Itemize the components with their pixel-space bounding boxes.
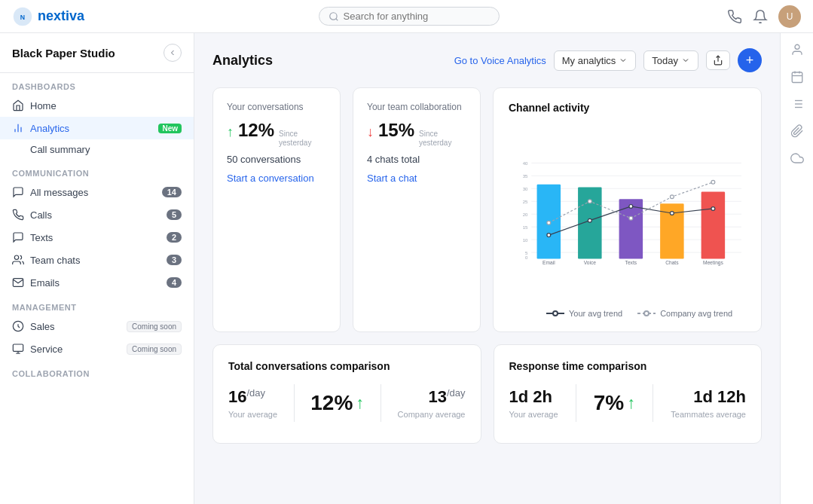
total-conversations-card: Total conversations comparison 16/day Yo…	[212, 344, 481, 444]
today-label: Today	[652, 55, 678, 66]
total-conversations-title: Total conversations comparison	[228, 360, 466, 372]
svg-text:15: 15	[523, 225, 528, 230]
team-card: Your team collaboration ↓ 15% Sinceyeste…	[353, 87, 481, 332]
sidebar-item-label-all-messages: All messages	[30, 187, 156, 198]
sidebar-item-label-emails: Emails	[30, 277, 160, 289]
svg-point-42	[670, 212, 674, 215]
svg-point-45	[588, 200, 591, 203]
svg-text:Texts: Texts	[625, 260, 637, 265]
sidebar-item-label-team-chats: Team chats	[30, 255, 160, 266]
sidebar-item-analytics[interactable]: Analytics New	[0, 117, 194, 139]
analytics-icon	[12, 122, 24, 134]
add-button[interactable]: +	[738, 48, 762, 72]
svg-text:25: 25	[523, 200, 528, 204]
sales-icon	[12, 320, 24, 332]
sidebar: Black Paper Studio Dashboards Home Analy…	[0, 33, 194, 504]
today-dropdown[interactable]: Today	[643, 50, 698, 71]
divider-1	[294, 384, 295, 422]
right-bar-cloud-icon[interactable]	[790, 151, 805, 166]
conversations-card: Your conversations ↑ 12% Sinceyesterday …	[212, 87, 341, 332]
phone-icon[interactable]	[727, 9, 742, 24]
sidebar-item-label-analytics: Analytics	[30, 123, 149, 134]
total-your-avg: 16/day Your average	[228, 387, 277, 419]
sidebar-item-label-service: Service	[30, 344, 118, 355]
sidebar-item-all-messages[interactable]: All messages 14	[0, 181, 194, 203]
svg-rect-54	[792, 72, 802, 83]
response-teammates-avg-label: Teammates average	[671, 410, 746, 419]
sidebar-item-label-calls: Calls	[30, 209, 160, 221]
logo: N nextiva	[12, 6, 84, 27]
total-arrow-up: ↑	[356, 393, 364, 413]
svg-text:35: 35	[523, 174, 528, 179]
sidebar-item-team-chats[interactable]: Team chats 3	[0, 249, 194, 271]
total-company-avg-value: 13/day	[398, 387, 466, 407]
right-bar-calendar-icon[interactable]	[790, 69, 805, 84]
right-bar-user-icon[interactable]	[790, 42, 805, 57]
section-label-collaboration: Collaboration	[0, 360, 194, 381]
page-header-right: Go to Voice Analytics My analytics Today…	[454, 48, 762, 72]
sidebar-item-calls[interactable]: Calls 5	[0, 203, 194, 226]
team-percent-row: ↓ 15% Sinceyesterday	[367, 120, 466, 148]
response-time-title: Response time comparison	[509, 360, 747, 372]
sidebar-header: Black Paper Studio	[0, 33, 194, 73]
team-chats-badge: 3	[167, 255, 182, 265]
main-layout: Black Paper Studio Dashboards Home Analy…	[0, 33, 813, 504]
sidebar-item-call-summary[interactable]: Call summary	[0, 139, 194, 160]
search-container	[99, 7, 718, 26]
conversations-count: 50 conversations	[227, 154, 326, 165]
response-teammates-avg: 1d 12h Teammates average	[671, 387, 746, 419]
conversations-arrow-up: ↑	[227, 124, 234, 140]
total-big-percent: 12% ↑	[310, 391, 364, 415]
sales-coming-soon-badge: Coming soon	[127, 321, 182, 332]
svg-point-43	[711, 207, 715, 211]
voice-analytics-link[interactable]: Go to Voice Analytics	[454, 55, 546, 66]
sidebar-collapse-button[interactable]	[164, 44, 182, 62]
response-percent-center: 7% ↑	[594, 391, 635, 415]
search-box[interactable]	[319, 7, 500, 26]
total-your-avg-label: Your average	[228, 410, 277, 419]
sidebar-item-service[interactable]: Service Coming soon	[0, 338, 194, 360]
user-icon	[790, 43, 804, 57]
chart-legend: Your avg trend Company avg trend	[509, 309, 746, 318]
svg-text:Email: Email	[543, 260, 555, 265]
start-chat-link[interactable]: Start a chat	[367, 173, 417, 184]
topnav: N nextiva U	[0, 0, 813, 33]
channel-chart-svg: 40 35 30 25 20 15 10 5 0	[509, 123, 746, 304]
all-messages-icon	[12, 186, 24, 198]
svg-point-44	[547, 221, 551, 225]
my-analytics-dropdown[interactable]: My analytics	[554, 50, 637, 71]
right-bar-list-icon[interactable]	[790, 96, 805, 111]
legend-company-trend: Company avg trend	[637, 309, 732, 318]
calls-badge: 5	[167, 209, 182, 220]
channel-activity-card: Channel activity 40 35	[493, 87, 762, 332]
total-company-avg-label: Company average	[398, 410, 466, 419]
paperclip-icon	[790, 124, 804, 138]
svg-text:20: 20	[523, 212, 528, 217]
start-conversation-link[interactable]: Start a conversation	[227, 173, 314, 184]
logo-text: nextiva	[38, 8, 84, 24]
chevron-down-icon-2	[681, 56, 690, 65]
all-messages-badge: 14	[162, 187, 182, 197]
section-label-dashboards: Dashboards	[0, 73, 194, 94]
sidebar-item-home[interactable]: Home	[0, 94, 194, 117]
search-input[interactable]	[344, 11, 464, 22]
avatar[interactable]: U	[778, 5, 801, 28]
legend-your-trend: Your avg trend	[546, 309, 622, 318]
page-title: Analytics	[212, 53, 273, 69]
sidebar-item-texts[interactable]: Texts 2	[0, 226, 194, 249]
conversations-since: Sinceyesterday	[279, 130, 311, 148]
response-your-avg-value: 1d 2h	[509, 387, 558, 407]
response-time-metrics: 1d 2h Your average 7% ↑ 1d 12h Teammates…	[509, 384, 747, 422]
sidebar-item-emails[interactable]: Emails 4	[0, 271, 194, 294]
divider-2	[381, 384, 381, 422]
right-bar-clip-icon[interactable]	[790, 124, 805, 139]
svg-point-52	[644, 311, 649, 316]
svg-text:5: 5	[525, 251, 528, 255]
bell-icon[interactable]	[753, 9, 768, 24]
total-conversations-metrics: 16/day Your average 12% ↑ 13	[228, 384, 466, 422]
share-button[interactable]	[706, 50, 730, 70]
bottom-row: Total conversations comparison 16/day Yo…	[212, 344, 762, 444]
sidebar-item-sales[interactable]: Sales Coming soon	[0, 315, 194, 338]
content-area: Analytics Go to Voice Analytics My analy…	[194, 33, 780, 504]
analytics-new-badge: New	[158, 124, 182, 133]
